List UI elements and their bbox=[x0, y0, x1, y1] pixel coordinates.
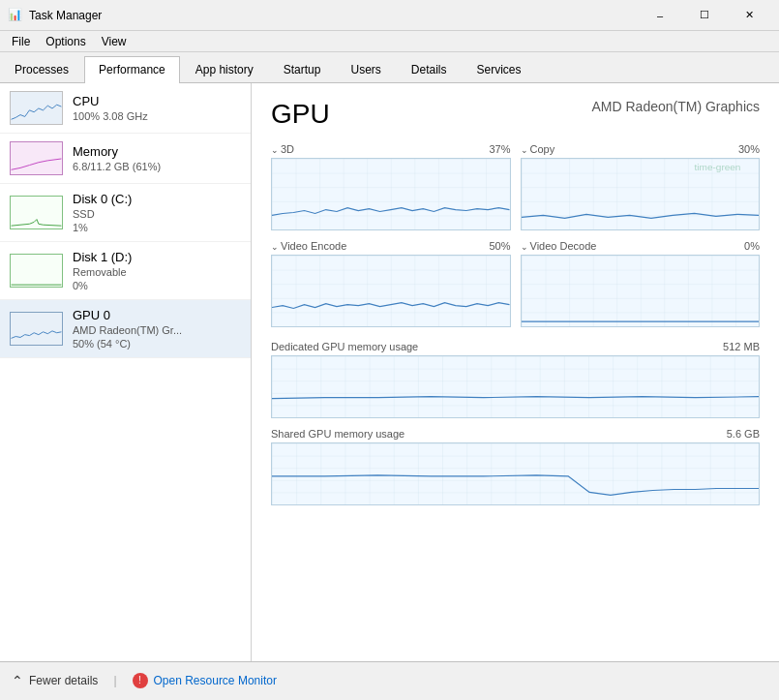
gpu-header: GPU AMD Radeon(TM) Graphics bbox=[271, 99, 760, 130]
chart-shared-area bbox=[271, 442, 760, 505]
fewer-details-label: Fewer details bbox=[29, 674, 98, 687]
chart-3d-label-row: ⌄3D 37% bbox=[271, 143, 511, 155]
menu-bar: File Options View bbox=[0, 31, 779, 52]
gpu0-sub1: AMD Radeon(TM) Gr... bbox=[73, 324, 241, 336]
menu-options[interactable]: Options bbox=[38, 33, 93, 50]
chart-ded-label: Dedicated GPU memory usage bbox=[271, 341, 418, 352]
tab-details[interactable]: Details bbox=[397, 56, 462, 82]
window-controls: – ☐ ✕ bbox=[638, 0, 771, 31]
tab-services[interactable]: Services bbox=[463, 56, 536, 82]
chart-video-decode: ⌄Video Decode 0% bbox=[521, 240, 761, 327]
chart-vdecode-value: 0% bbox=[744, 240, 760, 252]
chart-3d: ⌄3D 37% bbox=[271, 143, 511, 230]
sidebar-item-disk0[interactable]: Disk 0 (C:) SSD 1% bbox=[0, 184, 251, 242]
right-panel: GPU AMD Radeon(TM) Graphics ⌄3D 37% bbox=[252, 83, 779, 661]
sidebar-item-cpu[interactable]: CPU 100% 3.08 GHz bbox=[0, 83, 251, 134]
chart-vencode-label: ⌄Video Encode bbox=[271, 240, 346, 252]
chart-dedicated-mem: Dedicated GPU memory usage 512 MB bbox=[271, 341, 760, 418]
sidebar-item-disk1[interactable]: Disk 1 (D:) Removable 0% bbox=[0, 242, 251, 300]
disk0-thumbnail bbox=[10, 196, 63, 229]
menu-file[interactable]: File bbox=[4, 33, 38, 50]
disk1-thumbnail bbox=[10, 254, 63, 288]
cpu-info: CPU 100% 3.08 GHz bbox=[73, 94, 241, 122]
tab-startup[interactable]: Startup bbox=[269, 56, 336, 82]
svg-rect-14 bbox=[522, 256, 760, 326]
cpu-sub: 100% 3.08 GHz bbox=[73, 110, 241, 122]
svg-text:time-green: time-green bbox=[694, 162, 740, 171]
disk0-sub2: 1% bbox=[73, 222, 241, 233]
chart-vencode-area bbox=[271, 255, 511, 327]
disk1-sub1: Removable bbox=[73, 266, 241, 278]
chart-3d-value: 37% bbox=[489, 143, 510, 155]
svg-rect-4 bbox=[272, 159, 510, 229]
gpu0-thumbnail bbox=[10, 312, 63, 346]
close-button[interactable]: ✕ bbox=[727, 0, 771, 31]
memory-info: Memory 6.8/11.2 GB (61%) bbox=[73, 144, 241, 172]
chart-shared-mem: Shared GPU memory usage 5.6 GB bbox=[271, 428, 760, 505]
resource-icon: ! bbox=[133, 673, 148, 688]
disk0-info: Disk 0 (C:) SSD 1% bbox=[73, 192, 241, 233]
disk0-sub1: SSD bbox=[73, 208, 241, 220]
sidebar: CPU 100% 3.08 GHz Memory 6.8/11.2 GB (61… bbox=[0, 83, 252, 661]
chevron-up-icon: ⌃ bbox=[12, 673, 23, 688]
chart-video-encode: ⌄Video Encode 50% bbox=[271, 240, 511, 327]
chart-ded-value: 512 MB bbox=[723, 341, 760, 352]
tab-processes[interactable]: Processes bbox=[0, 56, 83, 82]
chart-vdecode-area bbox=[521, 255, 761, 327]
svg-rect-20 bbox=[272, 356, 759, 417]
gpu0-info: GPU 0 AMD Radeon(TM) Gr... 50% (54 °C) bbox=[73, 308, 241, 350]
app-icon: 📊 bbox=[8, 8, 23, 23]
disk0-title: Disk 0 (C:) bbox=[73, 192, 241, 206]
maximize-button[interactable]: ☐ bbox=[682, 0, 727, 31]
menu-view[interactable]: View bbox=[94, 33, 135, 50]
chart-3d-label: ⌄3D bbox=[271, 143, 294, 155]
chart-vencode-label-row: ⌄Video Encode 50% bbox=[271, 240, 511, 252]
cpu-thumbnail bbox=[10, 91, 63, 125]
memory-thumbnail bbox=[10, 141, 63, 175]
gpu0-title: GPU 0 bbox=[73, 308, 241, 322]
bottom-bar: ⌃ Fewer details | ! Open Resource Monito… bbox=[0, 661, 779, 698]
chart-shared-label: Shared GPU memory usage bbox=[271, 428, 404, 440]
chart-copy: ⌄Copy 30% time-green bbox=[521, 143, 761, 230]
tab-users[interactable]: Users bbox=[336, 56, 395, 82]
chart-3d-area bbox=[271, 158, 511, 230]
small-charts-grid: ⌄3D 37% bbox=[271, 143, 760, 327]
disk1-info: Disk 1 (D:) Removable 0% bbox=[73, 250, 241, 291]
chart-shared-label-row: Shared GPU memory usage 5.6 GB bbox=[271, 428, 760, 440]
title-bar: 📊 Task Manager – ☐ ✕ bbox=[0, 0, 779, 31]
chart-ded-label-row: Dedicated GPU memory usage 512 MB bbox=[271, 341, 760, 352]
disk1-sub2: 0% bbox=[73, 280, 241, 291]
gpu-model: AMD Radeon(TM) Graphics bbox=[592, 99, 761, 114]
cpu-title: CPU bbox=[73, 94, 241, 108]
open-resource-label: Open Resource Monitor bbox=[154, 674, 277, 687]
disk1-title: Disk 1 (D:) bbox=[73, 250, 241, 264]
chart-vdecode-label: ⌄Video Decode bbox=[521, 240, 597, 252]
svg-rect-11 bbox=[272, 256, 510, 326]
tab-performance[interactable]: Performance bbox=[84, 56, 180, 83]
tab-bar: Processes Performance App history Startu… bbox=[0, 52, 779, 83]
main-content: CPU 100% 3.08 GHz Memory 6.8/11.2 GB (61… bbox=[0, 83, 779, 661]
memory-sub: 6.8/11.2 GB (61%) bbox=[73, 161, 241, 172]
chart-copy-value: 30% bbox=[738, 143, 760, 155]
chart-vencode-value: 50% bbox=[489, 240, 510, 252]
svg-rect-23 bbox=[272, 443, 759, 504]
chart-shared-value: 5.6 GB bbox=[727, 428, 760, 440]
chart-copy-label-row: ⌄Copy 30% bbox=[521, 143, 761, 155]
gpu0-sub2: 50% (54 °C) bbox=[73, 338, 241, 350]
memory-title: Memory bbox=[73, 144, 241, 159]
window-title: Task Manager bbox=[29, 9, 638, 22]
open-resource-button[interactable]: ! Open Resource Monitor bbox=[133, 673, 277, 688]
chart-copy-area: time-green bbox=[521, 158, 761, 230]
chart-copy-label: ⌄Copy bbox=[521, 143, 555, 155]
fewer-details-button[interactable]: ⌃ Fewer details bbox=[12, 673, 98, 688]
separator: | bbox=[113, 674, 116, 687]
sidebar-item-memory[interactable]: Memory 6.8/11.2 GB (61%) bbox=[0, 134, 251, 184]
minimize-button[interactable]: – bbox=[638, 0, 682, 31]
gpu-title: GPU bbox=[271, 99, 330, 130]
chart-ded-area bbox=[271, 355, 760, 418]
chart-vdecode-label-row: ⌄Video Decode 0% bbox=[521, 240, 761, 252]
sidebar-item-gpu0[interactable]: GPU 0 AMD Radeon(TM) Gr... 50% (54 °C) bbox=[0, 300, 251, 358]
tab-app-history[interactable]: App history bbox=[181, 56, 268, 82]
